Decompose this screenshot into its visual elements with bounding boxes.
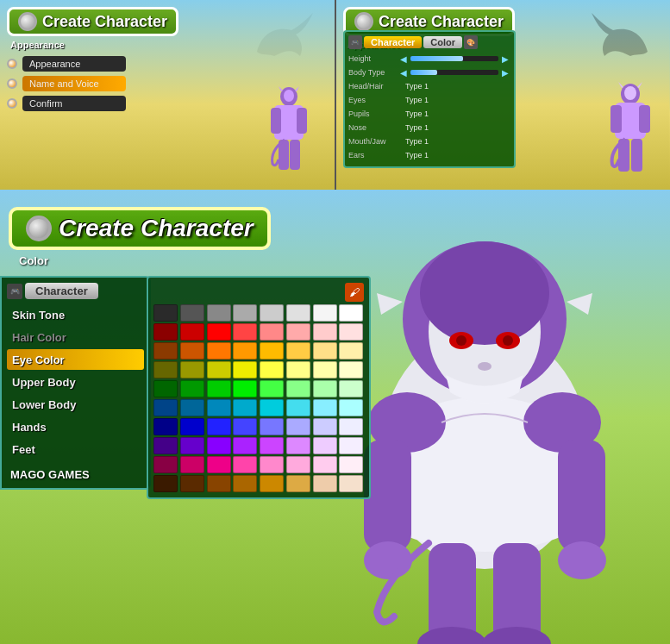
option-eye-color[interactable]: Eye Color [7, 349, 144, 370]
color-cell-3-0[interactable] [153, 361, 178, 378]
color-cell-3-7[interactable] [339, 361, 363, 378]
color-cell-2-7[interactable] [339, 342, 363, 360]
color-cell-5-2[interactable] [207, 399, 231, 416]
color-cell-4-6[interactable] [313, 380, 337, 397]
color-cell-3-5[interactable] [286, 361, 310, 378]
arrow-right-height[interactable]: ▶ [502, 54, 509, 64]
color-cell-0-0[interactable] [153, 304, 178, 322]
color-cell-1-0[interactable] [153, 323, 178, 341]
color-cell-4-4[interactable] [260, 380, 284, 397]
color-cell-8-6[interactable] [313, 456, 337, 473]
char-tab-button[interactable]: Character [25, 283, 98, 299]
color-cell-5-0[interactable] [153, 399, 178, 416]
bar-name-voice: Name and Voice [22, 76, 126, 91]
color-cell-8-2[interactable] [207, 456, 231, 473]
color-cell-9-5[interactable] [286, 475, 310, 492]
color-cell-9-4[interactable] [260, 475, 284, 492]
color-cell-7-0[interactable] [153, 437, 178, 454]
color-cell-1-3[interactable] [233, 323, 257, 341]
color-cell-7-7[interactable] [339, 437, 363, 454]
color-cell-1-6[interactable] [313, 323, 337, 341]
option-feet[interactable]: Feet [7, 439, 144, 460]
arrow-right-bodytype[interactable]: ▶ [502, 68, 509, 78]
color-cell-9-1[interactable] [180, 475, 204, 492]
color-cell-9-2[interactable] [207, 475, 231, 492]
svg-rect-2 [271, 108, 281, 134]
color-cell-5-3[interactable] [233, 399, 257, 416]
color-cell-6-1[interactable] [180, 418, 204, 435]
color-cell-4-5[interactable] [286, 380, 310, 397]
option-hair-color[interactable]: Hair Color [7, 327, 144, 347]
color-cell-8-0[interactable] [153, 456, 178, 473]
svg-rect-10 [639, 105, 650, 133]
color-cell-4-0[interactable] [153, 380, 178, 397]
color-cell-7-5[interactable] [286, 437, 310, 454]
color-cell-6-3[interactable] [233, 418, 257, 435]
tab-character[interactable]: Character [364, 36, 422, 48]
option-skin-tone[interactable]: Skin Tone [7, 304, 144, 325]
color-cell-2-6[interactable] [313, 342, 337, 360]
color-cell-6-6[interactable] [313, 418, 337, 435]
arrow-left-bodytype[interactable]: ◀ [400, 68, 407, 78]
color-cell-1-1[interactable] [180, 323, 204, 341]
label-hands: Hands [12, 421, 47, 434]
color-cell-0-3[interactable] [233, 304, 257, 322]
color-cell-9-0[interactable] [153, 475, 178, 492]
color-cell-7-6[interactable] [313, 437, 337, 454]
color-cell-7-4[interactable] [260, 437, 284, 454]
color-cell-3-2[interactable] [207, 361, 231, 378]
color-cell-7-1[interactable] [180, 437, 204, 454]
color-cell-3-1[interactable] [180, 361, 204, 378]
color-cell-0-2[interactable] [207, 304, 231, 322]
color-cell-9-6[interactable] [313, 475, 337, 492]
color-cell-1-5[interactable] [286, 323, 310, 341]
color-cell-8-4[interactable] [260, 456, 284, 473]
brush-icon[interactable]: 🖌 [345, 283, 364, 302]
color-cell-5-5[interactable] [286, 399, 310, 416]
color-cell-5-6[interactable] [313, 399, 337, 416]
color-cell-8-7[interactable] [339, 456, 363, 473]
color-cell-9-3[interactable] [233, 475, 257, 492]
menu-item-appearance[interactable]: Appearance [7, 55, 328, 72]
option-upper-body[interactable]: Upper Body [7, 372, 144, 392]
color-cell-0-6[interactable] [313, 304, 337, 322]
color-cell-6-0[interactable] [153, 418, 178, 435]
color-cell-2-4[interactable] [260, 342, 284, 360]
color-cell-3-6[interactable] [313, 361, 337, 378]
color-cell-7-3[interactable] [233, 437, 257, 454]
color-cell-8-5[interactable] [286, 456, 310, 473]
color-cell-5-7[interactable] [339, 399, 363, 416]
color-cell-6-5[interactable] [286, 418, 310, 435]
color-cell-5-1[interactable] [180, 399, 204, 416]
color-cell-0-7[interactable] [339, 304, 363, 322]
color-cell-5-4[interactable] [260, 399, 284, 416]
color-cell-1-2[interactable] [207, 323, 231, 341]
color-cell-3-3[interactable] [233, 361, 257, 378]
color-cell-0-5[interactable] [286, 304, 310, 322]
color-cell-9-7[interactable] [339, 475, 363, 492]
color-cell-8-1[interactable] [180, 456, 204, 473]
color-cell-1-7[interactable] [339, 323, 363, 341]
color-cell-0-4[interactable] [260, 304, 284, 322]
color-cell-0-1[interactable] [180, 304, 204, 322]
color-cell-7-2[interactable] [207, 437, 231, 454]
arrow-left-height[interactable]: ◀ [400, 54, 407, 64]
color-cell-3-4[interactable] [260, 361, 284, 378]
color-cell-4-3[interactable] [233, 380, 257, 397]
color-cell-6-4[interactable] [260, 418, 284, 435]
color-cell-2-5[interactable] [286, 342, 310, 360]
color-cell-2-0[interactable] [153, 342, 178, 360]
color-cell-8-3[interactable] [233, 456, 257, 473]
color-cell-4-2[interactable] [207, 380, 231, 397]
color-cell-2-2[interactable] [207, 342, 231, 360]
color-cell-2-1[interactable] [180, 342, 204, 360]
color-cell-6-2[interactable] [207, 418, 231, 435]
option-hands[interactable]: Hands [7, 416, 144, 437]
color-cell-1-4[interactable] [260, 323, 284, 341]
option-lower-body[interactable]: Lower Body [7, 394, 144, 415]
color-cell-6-7[interactable] [339, 418, 363, 435]
color-cell-2-3[interactable] [233, 342, 257, 360]
tab-color[interactable]: Color [423, 36, 462, 48]
color-cell-4-7[interactable] [339, 380, 363, 397]
color-cell-4-1[interactable] [180, 380, 204, 397]
